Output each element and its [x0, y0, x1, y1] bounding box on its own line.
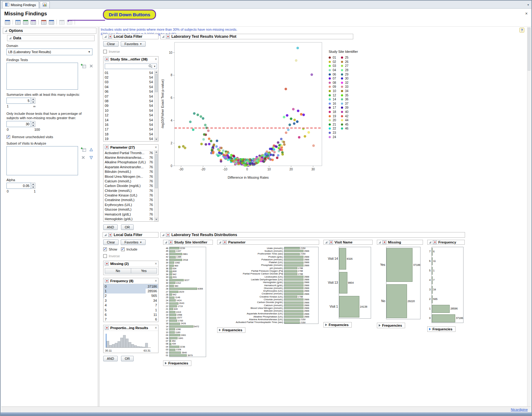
bar[interactable]	[284, 304, 303, 306]
or-button[interactable]: OR	[121, 356, 134, 361]
data-table-button[interactable]	[4, 19, 11, 25]
add-table-icon[interactable]	[80, 146, 87, 153]
options-header[interactable]: Options	[3, 28, 96, 34]
legend-item[interactable]: 22	[329, 126, 336, 131]
bar-row[interactable]: 201319	[163, 311, 213, 313]
bar-row[interactable]: 402918	[163, 259, 213, 261]
filter-value-row[interactable]: 1754	[104, 127, 154, 132]
bar[interactable]	[170, 343, 171, 345]
bar[interactable]	[170, 323, 180, 325]
bar[interactable]	[170, 270, 172, 273]
spinner-buttons[interactable]	[31, 183, 35, 189]
bar[interactable]	[284, 270, 297, 272]
filter-value-row[interactable]: 334	[104, 298, 158, 303]
bar[interactable]	[284, 278, 303, 281]
bar[interactable]	[170, 302, 178, 305]
bar[interactable]	[284, 253, 300, 255]
bar-row[interactable]: 34542	[163, 273, 213, 276]
bar[interactable]	[284, 250, 303, 252]
filter-value-row[interactable]: 611	[104, 312, 158, 317]
show-checkbox[interactable]: Show	[103, 247, 117, 251]
bar[interactable]	[284, 301, 303, 304]
bar-row[interactable]: 421385	[163, 255, 213, 258]
bar-row[interactable]: 171783	[163, 319, 213, 322]
legend-item[interactable]: 19	[329, 114, 336, 118]
bar-row[interactable]: Partial Pressure Carbon Dioxide (Pa)1788	[217, 273, 319, 275]
bar[interactable]	[170, 346, 179, 348]
and-button[interactable]: AND	[103, 224, 118, 230]
percent-input[interactable]: 30	[6, 121, 31, 127]
bar[interactable]	[339, 272, 347, 294]
subset-visits-listbox[interactable]	[6, 146, 78, 175]
close-icon[interactable]: ×	[525, 11, 528, 16]
legend-item[interactable]: 23	[329, 131, 336, 135]
scroll-up-icon[interactable]	[155, 150, 158, 154]
bar[interactable]	[284, 290, 303, 292]
filter-value-row[interactable]: Glucose (mmol/L)76	[104, 207, 154, 212]
bar[interactable]	[284, 264, 303, 266]
filter-value-row[interactable]: 1654	[104, 122, 154, 127]
bar-row[interactable]: 081841	[163, 337, 213, 340]
legend-item[interactable]: 09	[329, 85, 336, 89]
script-button[interactable]	[48, 19, 55, 25]
bar-row[interactable]: Bilirubin (mmol/L)2666	[217, 310, 319, 313]
scroll-down-icon[interactable]	[155, 218, 158, 221]
filter-value-row[interactable]: 0854	[104, 99, 154, 103]
red-menu-icon[interactable]	[108, 35, 112, 38]
bar-row[interactable]: Lactate Dehydrogenase (U/L)2666	[217, 278, 319, 281]
bar-row[interactable]: Alkaline Phosphatase (U/L)2666	[217, 315, 319, 318]
bar[interactable]	[170, 253, 182, 255]
bar-row[interactable]: 451347	[163, 250, 213, 252]
volcano-plot[interactable]: 0246810-30-20-100102030Difference in Mis…	[160, 39, 326, 181]
legend-item[interactable]: 34	[341, 89, 348, 93]
bar-row[interactable]: Yes37186	[377, 247, 423, 283]
bar[interactable]	[284, 307, 303, 309]
bar-row[interactable]: 191558	[163, 313, 213, 316]
bar-row[interactable]: 128596	[427, 304, 465, 313]
bar[interactable]	[170, 314, 176, 316]
filter-value-row[interactable]: Alanine Aminotransferas...76	[104, 155, 154, 160]
filter-value-row[interactable]: Blood Urea Nitrogen (m...76	[104, 174, 154, 179]
move-down-icon[interactable]	[88, 154, 95, 161]
bar-row[interactable]: 092461	[163, 334, 213, 336]
red-menu-icon[interactable]	[329, 240, 333, 244]
bar-row[interactable]: 29980	[163, 285, 213, 287]
distributions-header[interactable]: Laboratory Test Results Distributions	[160, 232, 465, 238]
bar[interactable]	[170, 340, 171, 342]
bar[interactable]	[170, 349, 175, 351]
summarize-input[interactable]: 5	[6, 98, 31, 104]
legend-item[interactable]: 04	[329, 68, 336, 72]
frequencies-disclosure[interactable]: Frequencies	[377, 323, 405, 328]
bar-row[interactable]: 47	[427, 275, 465, 285]
bar[interactable]	[284, 247, 300, 249]
bar-row[interactable]: 101189	[163, 331, 213, 334]
bar[interactable]	[170, 320, 177, 322]
red-menu-icon[interactable]	[108, 233, 112, 237]
bar-row[interactable]: 221719	[163, 305, 213, 308]
bar[interactable]	[170, 328, 175, 330]
bar-row[interactable]: 76	[427, 247, 465, 256]
bar-row[interactable]: 162426	[163, 322, 213, 325]
bar-row[interactable]: 121280	[163, 328, 213, 331]
clear-button[interactable]: Clear	[103, 239, 119, 245]
include-checkbox[interactable]: Include	[121, 247, 137, 251]
bar[interactable]	[284, 313, 303, 315]
filter-value-row[interactable]: 1854	[104, 132, 154, 136]
bar-row[interactable]: Phosphate (mmol/L)2666	[217, 264, 319, 267]
filter-value-row[interactable]: Aspartate Aminotransfer...76	[104, 165, 154, 169]
bar-row[interactable]: Erythrocytes (U/L)2666	[217, 290, 319, 292]
filter-value-row[interactable]: 0354	[104, 80, 154, 84]
filter-value-row[interactable]: 0954	[104, 103, 154, 108]
bar-row[interactable]: 241424	[163, 299, 213, 302]
frequencies-disclosure[interactable]: Frequencies	[163, 360, 191, 366]
and-button[interactable]: AND	[103, 356, 118, 361]
bar-row[interactable]: Glucose (mmol/L)2666	[217, 287, 319, 290]
legend-item[interactable]: 03	[329, 64, 336, 68]
bar[interactable]	[170, 279, 184, 281]
bar-row[interactable]: 391082	[163, 261, 213, 264]
bar[interactable]	[284, 284, 303, 286]
bar-row[interactable]: Prothrombin Time (sec)2150	[217, 253, 319, 255]
red-menu-icon[interactable]	[169, 240, 173, 244]
bar[interactable]	[284, 273, 297, 275]
legend-item[interactable]: 14	[329, 97, 336, 102]
